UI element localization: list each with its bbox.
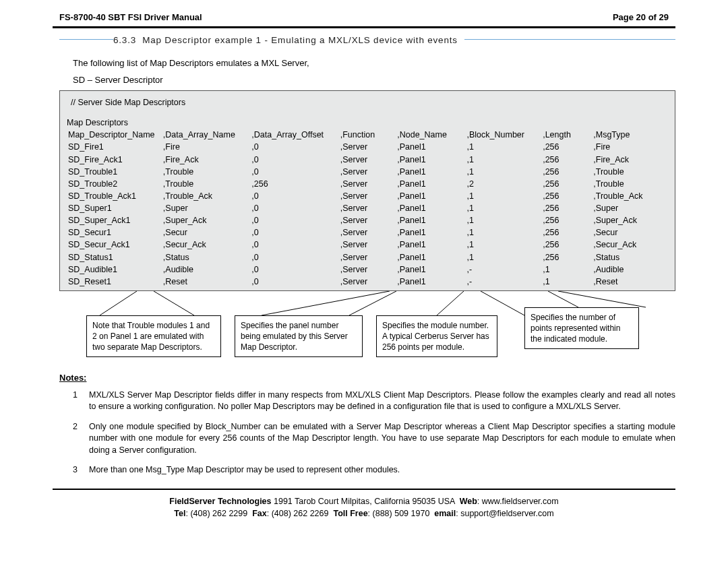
table-cell: ,256 [541, 214, 592, 226]
table-cell: ,Panel1 [396, 226, 465, 239]
callout-panel: Specifies the panel number being emulate… [235, 315, 363, 358]
table-cell: ,0 [250, 141, 338, 153]
svg-line-2 [262, 291, 390, 315]
table-cell: ,Panel1 [396, 141, 465, 153]
table-cell: ,Reset [162, 276, 250, 288]
table-cell: ,Secur_Ack [162, 239, 250, 251]
table-cell: ,256 [250, 178, 338, 190]
table-row: SD_Fire_Ack1,Fire_Ack,0,Server,Panel1,1,… [67, 154, 668, 166]
table-cell: ,Audible [162, 263, 250, 276]
table-cell: SD_Super_Ack1 [67, 214, 162, 226]
footer: FieldServer Technologies 1991 Tarob Cour… [19, 495, 709, 526]
table-cell: SD_Reset1 [67, 276, 162, 288]
table-cell: ,1 [541, 263, 592, 276]
table-cell: ,Super_Ack [592, 214, 668, 226]
table-cell: ,0 [250, 214, 338, 226]
callout-area: Note that Trouble modules 1 and 2 on Pan… [59, 291, 675, 369]
table-cell: ,Panel1 [396, 214, 465, 226]
table-cell: ,Super_Ack [162, 214, 250, 226]
table-row: SD_Audible1,Audible,0,Server,Panel1,-,1,… [67, 263, 668, 276]
table-header-cell: ,MsgType [592, 129, 668, 141]
table-cell: ,Audible [592, 263, 668, 276]
table-cell: ,256 [541, 178, 592, 190]
table-cell: ,Panel1 [396, 251, 465, 263]
code-comment: // Server Side Map Descriptors [67, 96, 668, 117]
table-cell: ,Super [162, 202, 250, 214]
table-row: SD_Secur1,Secur,0,Server,Panel1,1,256,Se… [67, 226, 668, 239]
table-cell: ,1 [466, 226, 542, 239]
table-cell: ,Fire_Ack [162, 154, 250, 166]
note-item: 3More than one Msg_Type Map Descriptor m… [73, 464, 675, 476]
svg-line-7 [558, 291, 646, 307]
table-cell: ,Fire [162, 141, 250, 153]
sd-definition: SD – Server Descriptor [73, 75, 709, 85]
table-cell: ,Panel1 [396, 239, 465, 251]
table-cell: ,256 [541, 202, 592, 214]
table-cell: SD_Secur1 [67, 226, 162, 239]
table-cell: ,0 [250, 226, 338, 239]
footer-rule [53, 489, 675, 490]
table-cell: ,0 [250, 154, 338, 166]
table-cell: ,Server [339, 214, 396, 226]
table-cell: ,Secur_Ack [592, 239, 668, 251]
table-cell: ,Fire [592, 141, 668, 153]
table-row: SD_Trouble2,Trouble,256,Server,Panel1,2,… [67, 178, 668, 190]
table-header-cell: ,Data_Array_Offset [250, 129, 338, 141]
table-header-cell: ,Length [541, 129, 592, 141]
table-cell: ,1 [466, 154, 542, 166]
table-cell: ,Server [339, 166, 396, 178]
table-cell: ,256 [541, 226, 592, 239]
table-cell: ,Server [339, 190, 396, 202]
table-header-cell: ,Node_Name [396, 129, 465, 141]
table-header-cell: Map_Descriptor_Name [67, 129, 162, 141]
table-cell: ,Server [339, 251, 396, 263]
table-cell: ,0 [250, 202, 338, 214]
table-cell: ,256 [541, 239, 592, 251]
table-cell: SD_Super1 [67, 202, 162, 214]
table-cell: ,256 [541, 166, 592, 178]
svg-line-3 [349, 291, 396, 315]
table-cell: ,0 [250, 276, 338, 288]
code-block: // Server Side Map Descriptors Map Descr… [59, 90, 675, 291]
table-header-cell: ,Function [339, 129, 396, 141]
svg-line-4 [437, 291, 464, 315]
note-item: 1MXL/XLS Server Map Descriptor fields di… [73, 389, 675, 413]
table-cell: ,Secur [592, 226, 668, 239]
table-cell: ,Fire_Ack [592, 154, 668, 166]
table-row: SD_Status1,Status,0,Server,Panel1,1,256,… [67, 251, 668, 263]
table-cell: SD_Fire1 [67, 141, 162, 153]
table-row: SD_Super1,Super,0,Server,Panel1,1,256,Su… [67, 202, 668, 214]
table-row: SD_Reset1,Reset,0,Server,Panel1,-,1,Rese… [67, 276, 668, 288]
svg-line-6 [548, 291, 578, 307]
svg-line-5 [481, 291, 524, 315]
svg-line-0 [100, 291, 137, 315]
table-cell: ,Trouble_Ack [592, 190, 668, 202]
table-cell: ,Super [592, 202, 668, 214]
table-row: SD_Secur_Ack1,Secur_Ack,0,Server,Panel1,… [67, 239, 668, 251]
table-cell: ,0 [250, 251, 338, 263]
table-row: SD_Super_Ack1,Super_Ack,0,Server,Panel1,… [67, 214, 668, 226]
map-descriptor-table: Map_Descriptor_Name,Data_Array_Name,Data… [67, 129, 668, 288]
table-cell: ,0 [250, 239, 338, 251]
table-cell: SD_Audible1 [67, 263, 162, 276]
table-cell: ,Trouble [592, 178, 668, 190]
code-subheading: Map Descriptors [67, 117, 668, 129]
table-cell: ,Panel1 [396, 178, 465, 190]
table-cell: ,256 [541, 154, 592, 166]
table-cell: ,1 [466, 202, 542, 214]
table-cell: ,256 [541, 141, 592, 153]
table-cell: ,2 [466, 178, 542, 190]
table-cell: ,Server [339, 202, 396, 214]
page-number: Page 20 of 29 [613, 12, 669, 22]
table-cell: ,Trouble [162, 166, 250, 178]
table-cell: ,Panel1 [396, 166, 465, 178]
table-cell: ,1 [541, 276, 592, 288]
table-cell: ,Trouble_Ack [162, 190, 250, 202]
table-cell: ,Panel1 [396, 190, 465, 202]
table-cell: ,0 [250, 190, 338, 202]
table-cell: ,Server [339, 226, 396, 239]
table-cell: ,Status [592, 251, 668, 263]
table-row: SD_Trouble_Ack1,Trouble_Ack,0,Server,Pan… [67, 190, 668, 202]
table-cell: ,1 [466, 141, 542, 153]
table-cell: ,Panel1 [396, 276, 465, 288]
